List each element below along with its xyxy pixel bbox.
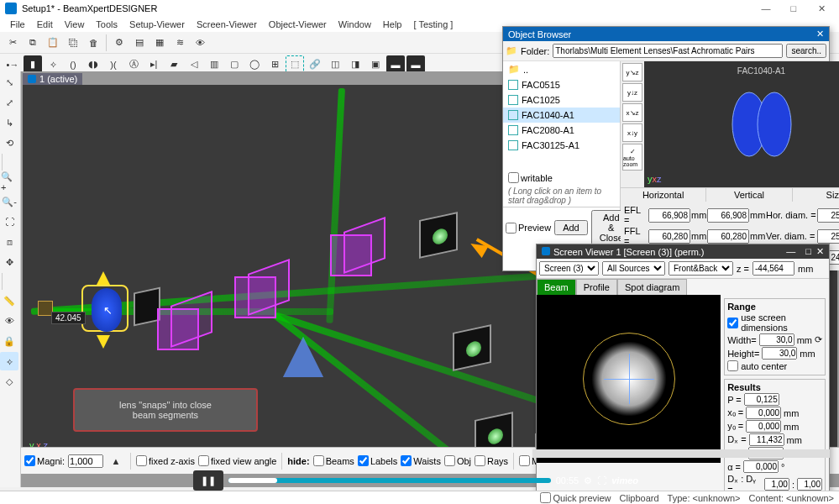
misc-button[interactable]: ◇ [0, 372, 18, 391]
ver-diam-input[interactable] [817, 229, 839, 244]
panel-min-button[interactable]: — [786, 246, 795, 256]
menu-edit[interactable]: Edit [32, 18, 58, 31]
zoom-out-button[interactable]: 🔍- [0, 192, 18, 211]
efl-v-input[interactable] [707, 208, 749, 223]
copy-button[interactable]: ⧉ [24, 34, 42, 52]
maximize-button[interactable]: □ [781, 1, 806, 16]
hide-obj-checkbox[interactable]: Obj [444, 455, 471, 466]
ffl-h-input[interactable] [648, 229, 690, 244]
beamsplitter-cube[interactable] [330, 234, 372, 276]
frontback-select[interactable]: Front&Back [669, 261, 733, 276]
menu-file[interactable]: File [5, 18, 30, 31]
pan-button[interactable]: ✥ [0, 253, 18, 271]
move-handle-down-icon[interactable] [97, 335, 110, 349]
menu-view[interactable]: View [60, 18, 90, 31]
range-height-input[interactable] [762, 347, 797, 360]
quick-preview-checkbox[interactable]: Quick preview [540, 492, 611, 503]
zoom-region-button[interactable]: ⧈ [0, 233, 18, 251]
magnification-input[interactable] [68, 454, 103, 468]
render-button[interactable]: ≋ [170, 34, 189, 52]
list-item-selected[interactable]: FAC1040-A1 [503, 108, 620, 123]
fixed-view-checkbox[interactable]: fixed view angle [198, 455, 276, 466]
toggle-button[interactable]: 👁 [191, 34, 209, 52]
move-handle-up-icon[interactable] [97, 271, 110, 285]
object-browser-panel[interactable]: Object Browser ✕ 📁 Folder: search.. 📁.. … [502, 26, 830, 271]
range-width-input[interactable] [759, 333, 794, 346]
hor-diam-input[interactable] [817, 208, 839, 223]
view-xy-button[interactable]: y↘z [622, 63, 642, 81]
axis-reset-button[interactable]: ⟲ [0, 134, 18, 152]
panel-close-button[interactable]: ✕ [816, 29, 824, 39]
folder-path-input[interactable] [553, 44, 783, 58]
minimize-button[interactable]: — [753, 1, 779, 16]
screen-element[interactable] [419, 212, 458, 259]
play-button[interactable]: ❚❚ [193, 470, 223, 491]
magnification-control[interactable]: Magni: [24, 455, 65, 466]
axis-yz-button[interactable]: ↳ [0, 113, 18, 132]
calc-button[interactable]: ▦ [150, 34, 169, 52]
tab-beam[interactable]: Beam [537, 279, 576, 295]
efl-h-input[interactable] [648, 208, 690, 223]
hide-labels-checkbox[interactable]: Labels [358, 455, 397, 466]
z-input[interactable] [752, 261, 794, 276]
list-item[interactable]: FAC30125-A1 [503, 138, 620, 153]
add-button[interactable]: Add [554, 220, 588, 235]
screen-viewer-title[interactable]: Screen Viewer 1 [Screen (3)] (perm.) —□✕ [537, 244, 829, 259]
screen-viewer-panel[interactable]: Screen Viewer 1 [Screen (3)] (perm.) —□✕… [536, 244, 830, 504]
preview-checkbox[interactable]: Preview [506, 223, 551, 234]
view-iso-button[interactable]: x↓y [622, 123, 642, 142]
object-list[interactable]: 📁.. FAC0515 FAC1025 FAC1040-A1 FAC2080-A… [503, 61, 620, 171]
lock-button[interactable]: 🔒 [0, 332, 18, 350]
beam-image[interactable] [537, 295, 721, 463]
panel-max-button[interactable]: □ [805, 246, 811, 256]
prism-element[interactable] [283, 337, 323, 377]
fullscreen-icon[interactable]: ⛶ [597, 475, 606, 486]
menu-testing[interactable]: [ Testing ] [408, 18, 458, 31]
beamsplitter-cube[interactable] [157, 308, 199, 350]
search-button[interactable]: search.. [786, 44, 826, 58]
horizontal-scrollbar[interactable] [532, 449, 830, 458]
use-dimensions-checkbox[interactable]: use screen dimensions [727, 312, 822, 333]
axis-xy-button[interactable]: ⤡ [0, 73, 18, 92]
video-progress[interactable] [228, 478, 551, 483]
eye-button[interactable]: 👁 [0, 312, 18, 330]
menu-window[interactable]: Window [333, 18, 376, 31]
measure-button[interactable]: 📏 [0, 291, 18, 310]
menu-screen-viewer[interactable]: Screen-Viewer [191, 18, 262, 31]
menu-setup-viewer[interactable]: Setup-Viewer [124, 18, 190, 31]
zoom-in-button[interactable]: 🔍+ [0, 172, 18, 191]
list-item[interactable]: FAC2080-A1 [503, 123, 620, 138]
menu-help[interactable]: Help [378, 18, 407, 31]
sources-select[interactable]: All Sources [602, 261, 665, 276]
view-yz-button[interactable]: x↘z [622, 103, 642, 122]
viewport-tab[interactable]: 1 (active) [23, 73, 82, 85]
menu-object-viewer[interactable]: Object-Viewer [264, 18, 332, 31]
hide-waists-checkbox[interactable]: Waists [401, 455, 441, 466]
settings-icon[interactable]: ⚙ [584, 475, 592, 486]
ffl-v-input[interactable] [707, 229, 749, 244]
snap-lens-button[interactable]: ⟡ [0, 352, 18, 370]
hide-beams-checkbox[interactable]: Beams [313, 455, 354, 466]
list-item[interactable]: FAC0515 [503, 77, 620, 92]
list-item-up[interactable]: 📁.. [503, 61, 620, 77]
magni-up-button[interactable]: ▲ [107, 452, 125, 470]
list-item[interactable]: FAC1025 [503, 92, 620, 108]
panel-close-button[interactable]: ✕ [816, 246, 824, 256]
paste-button[interactable]: 📋 [44, 34, 62, 52]
axis-xz-button[interactable]: ⤢ [0, 93, 18, 112]
fixed-z-checkbox[interactable]: fixed z-axis [136, 455, 195, 466]
object-preview-3d[interactable]: FAC1040-A1 yxz [644, 61, 839, 187]
writable-checkbox[interactable]: writable [503, 171, 620, 185]
cut-button[interactable]: ✂ [3, 34, 22, 52]
link-icon[interactable]: ⟳ [815, 334, 822, 345]
autozoom-checkbox[interactable]: ✓auto zoom [622, 144, 642, 171]
tab-profile[interactable]: Profile [576, 279, 617, 295]
auto-center-checkbox[interactable]: auto center [727, 360, 822, 371]
close-button[interactable]: ✕ [809, 1, 834, 16]
vimeo-logo[interactable]: vimeo [611, 475, 638, 486]
tab-spot[interactable]: Spot diagram [617, 279, 687, 295]
duplicate-button[interactable]: ⿻ [64, 34, 82, 52]
object-browser-title[interactable]: Object Browser ✕ [503, 27, 829, 41]
delete-button[interactable]: 🗑 [84, 34, 102, 52]
zoom-fit-button[interactable]: ⛶ [0, 213, 18, 231]
